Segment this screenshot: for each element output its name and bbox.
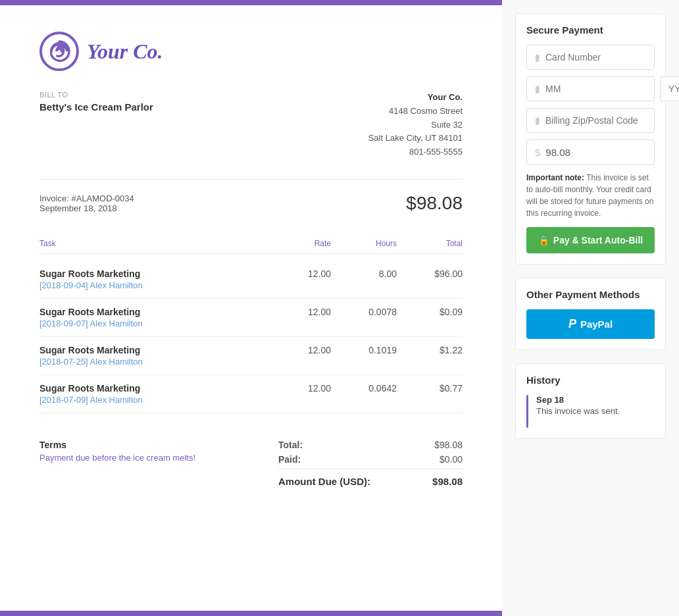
task-total: $0.09	[397, 307, 463, 328]
history-section: History Sep 18 This invoice was sent.	[515, 363, 666, 439]
invoice-meta: Invoice: #ALAMOD-0034 September 18, 2018…	[39, 193, 463, 214]
task-name: Sugar Roots Marketing	[39, 345, 265, 355]
table-row: Sugar Roots Marketing [2018-09-07] Alex …	[39, 299, 463, 337]
history-text: This invoice was sent.	[536, 406, 620, 416]
invoice-number: Invoice: #ALAMOD-0034	[39, 193, 134, 203]
dollar-icon: $	[535, 147, 540, 158]
invoice-total-large: $98.08	[406, 193, 463, 214]
col-rate: Rate	[265, 239, 331, 248]
top-bar	[0, 0, 502, 5]
yy-field[interactable]	[660, 76, 679, 101]
amount-due-row: Amount Due (USD): $98.08	[278, 469, 463, 487]
svg-point-0	[41, 33, 78, 70]
totals-section: Total: $98.08 Paid: $0.00 Amount Due (US…	[278, 440, 463, 491]
amount-due-value: $98.08	[432, 476, 463, 487]
task-info: Sugar Roots Marketing [2018-09-04] Alex …	[39, 269, 265, 290]
company-address: Your Co. 4148 Cosmo Street Suite 32 Salt…	[368, 91, 463, 159]
task-name: Sugar Roots Marketing	[39, 383, 265, 394]
task-name: Sugar Roots Marketing	[39, 269, 265, 279]
task-meta: [2018-09-07] Alex Hamilton	[39, 319, 265, 328]
secure-payment-section: Secure Payment ▮ ▮ ▮ ▮ $ 98.08	[515, 13, 666, 265]
pay-button[interactable]: 🔒 Pay & Start Auto-Bill	[526, 227, 655, 253]
col-hours: Hours	[331, 239, 397, 248]
total-value: $98.08	[434, 440, 463, 450]
company-name-logo: Your Co.	[87, 39, 163, 64]
terms-section: Terms Payment due before the ice cream m…	[39, 440, 195, 491]
mm-field[interactable]: ▮	[526, 76, 655, 101]
task-hours: 8.00	[331, 269, 397, 290]
credit-card-icon: ▮	[535, 52, 540, 63]
task-info: Sugar Roots Marketing [2018-07-09] Alex …	[39, 383, 265, 405]
paid-value: $0.00	[440, 454, 463, 465]
task-total: $1.22	[397, 345, 463, 367]
history-entry: Sep 18 This invoice was sent.	[526, 395, 655, 428]
lock-icon-btn: 🔒	[538, 235, 549, 245]
task-rate: 12.00	[265, 345, 331, 367]
yy-input[interactable]	[668, 84, 679, 94]
task-info: Sugar Roots Marketing [2018-07-25] Alex …	[39, 345, 265, 367]
calendar-icon: ▮	[535, 84, 540, 94]
task-total: $0.77	[397, 383, 463, 405]
col-total: Total	[397, 239, 463, 248]
other-payment-title: Other Payment Methods	[526, 289, 655, 300]
amount-due-label: Amount Due (USD):	[278, 476, 370, 487]
invoice-details: Invoice: #ALAMOD-0034 September 18, 2018	[39, 193, 134, 213]
history-bar	[526, 395, 528, 428]
col-task: Task	[39, 239, 265, 248]
task-meta: [2018-09-04] Alex Hamilton	[39, 280, 265, 290]
task-meta: [2018-07-25] Alex Hamilton	[39, 357, 265, 367]
task-name: Sugar Roots Marketing	[39, 307, 265, 317]
sender-phone: 801-555-5555	[368, 145, 463, 159]
table-row: Sugar Roots Marketing [2018-09-04] Alex …	[39, 261, 463, 299]
paypal-label: PayPal	[580, 319, 613, 330]
total-row: Total: $98.08	[278, 440, 463, 450]
important-note: Important note: This invoice is set to a…	[526, 172, 655, 219]
bill-to-left: BILL TO Betty's Ice Cream Parlor	[39, 91, 153, 159]
secure-payment-title: Secure Payment	[526, 24, 655, 36]
location-icon: ▮	[535, 115, 540, 126]
task-hours: 0.1019	[331, 345, 397, 367]
task-rate: 12.00	[265, 269, 331, 290]
table-row: Sugar Roots Marketing [2018-07-09] Alex …	[39, 375, 463, 413]
bill-to-label: BILL TO	[39, 91, 153, 99]
history-content: Sep 18 This invoice was sent.	[536, 395, 620, 416]
sidebar: Secure Payment ▮ ▮ ▮ ▮ $ 98.08	[502, 0, 679, 616]
zip-field[interactable]: ▮	[526, 108, 655, 133]
invoice-content: Your Co. BILL TO Betty's Ice Cream Parlo…	[0, 5, 502, 611]
pay-button-label: Pay & Start Auto-Bill	[553, 235, 643, 245]
card-number-input[interactable]	[545, 52, 661, 63]
paypal-button[interactable]: P PayPal	[526, 309, 655, 339]
bottom-bar	[0, 611, 502, 616]
amount-value: 98.08	[545, 147, 570, 158]
total-label: Total:	[278, 440, 303, 450]
history-date: Sep 18	[536, 395, 620, 405]
divider-1	[39, 179, 463, 180]
card-expiry-cvc-row: ▮ ▮	[526, 76, 655, 101]
task-info: Sugar Roots Marketing [2018-09-07] Alex …	[39, 307, 265, 328]
zip-input[interactable]	[545, 115, 661, 126]
logo-area: Your Co.	[39, 32, 163, 71]
footer-section: Terms Payment due before the ice cream m…	[39, 433, 463, 491]
mm-input[interactable]	[545, 84, 661, 94]
task-hours: 0.0642	[331, 383, 397, 405]
task-total: $96.00	[397, 269, 463, 290]
sender-name: Your Co.	[368, 91, 463, 105]
terms-label: Terms	[39, 440, 195, 450]
history-title: History	[526, 374, 655, 386]
paid-row: Paid: $0.00	[278, 454, 463, 465]
header-section: Your Co.	[39, 32, 463, 71]
sender-address1: 4148 Cosmo Street	[368, 105, 463, 118]
task-hours: 0.0078	[331, 307, 397, 328]
other-payment-section: Other Payment Methods P PayPal	[515, 278, 666, 350]
bill-to-name: Betty's Ice Cream Parlor	[39, 101, 153, 113]
invoice-main: Your Co. BILL TO Betty's Ice Cream Parlo…	[0, 0, 502, 616]
company-logo-icon	[39, 32, 79, 71]
sender-address3: Salt Lake City, UT 84101	[368, 132, 463, 145]
bill-to-section: BILL TO Betty's Ice Cream Parlor Your Co…	[39, 91, 463, 159]
task-rate: 12.00	[265, 307, 331, 328]
important-note-label: Important note:	[526, 173, 584, 182]
amount-display: $ 98.08	[526, 140, 655, 165]
paid-label: Paid:	[278, 454, 301, 465]
invoice-date: September 18, 2018	[39, 203, 134, 213]
card-number-field[interactable]: ▮	[526, 45, 655, 70]
